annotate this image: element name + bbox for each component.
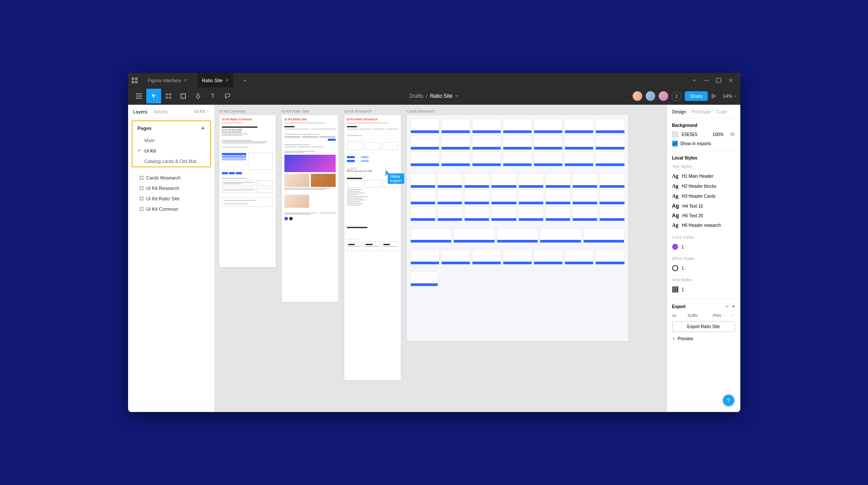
- text-tool[interactable]: T: [205, 89, 220, 103]
- grid-styles-label: Grid Styles: [672, 277, 735, 282]
- mini-card: [572, 173, 597, 188]
- ag-icon: Ag: [672, 173, 679, 179]
- mini-card: [410, 272, 438, 286]
- bg-opacity-value[interactable]: 100%: [713, 132, 724, 137]
- text-style-item[interactable]: AgH3 Header Cards: [672, 191, 735, 201]
- text-style-item[interactable]: AgH5 Text 20: [672, 211, 735, 220]
- effect-style-item[interactable]: 1: [672, 263, 735, 273]
- avatar[interactable]: [659, 91, 668, 101]
- page-item-catalog[interactable]: Catalog cards & Old Mat: [132, 156, 210, 166]
- mini-card: [595, 152, 624, 166]
- mini-card: [410, 228, 452, 243]
- breadcrumb[interactable]: Drafts / Ratio Site: [409, 93, 459, 99]
- effect-styles-label: Effect Styles: [672, 256, 735, 261]
- frame-uikit-research[interactable]: Ui Kit Ratio Research ——— ——— ——— ——— ——…: [344, 115, 401, 380]
- add-page-button[interactable]: +: [201, 125, 205, 132]
- layer-item[interactable]: Cards Research: [128, 173, 215, 183]
- frame-icon: [139, 186, 144, 190]
- grid-style-item[interactable]: 1: [672, 285, 735, 294]
- more-icon[interactable]: ⋯: [731, 313, 735, 318]
- tab-figma-interface[interactable]: Figma Interface ✕: [144, 73, 191, 87]
- window-close-icon[interactable]: [728, 78, 733, 83]
- left-panel: Layers Assets Ui Kit Pages + Main Ui Kit…: [128, 105, 215, 412]
- avatar[interactable]: [633, 91, 642, 101]
- plus-icon[interactable]: +: [732, 303, 735, 309]
- tab-layers[interactable]: Layers: [133, 109, 148, 114]
- mini-card: [595, 119, 624, 133]
- mini-card: [595, 250, 624, 265]
- mini-card: [464, 190, 489, 205]
- text-style-item[interactable]: AgH1 Main Header: [672, 171, 735, 181]
- tab-prototype[interactable]: Prototype: [691, 109, 711, 114]
- mini-card: [410, 173, 436, 188]
- mini-card: [540, 228, 581, 243]
- breadcrumb-current: Ratio Site: [430, 93, 452, 99]
- avatar[interactable]: [646, 91, 655, 101]
- move-tool[interactable]: [146, 89, 161, 103]
- ag-icon: Ag: [672, 222, 679, 229]
- mini-card: [410, 190, 436, 205]
- layer-item[interactable]: Ui Kit Ratio Site: [128, 193, 215, 204]
- frame-uikit-ratio-site[interactable]: Ui Kit Ratio Site: [282, 115, 338, 302]
- background-label: Background: [672, 123, 735, 128]
- frame-label[interactable]: Ui Kit Common: [219, 109, 276, 113]
- export-scale[interactable]: 1x: [672, 313, 677, 318]
- page-item-uikit[interactable]: Ui Kit: [132, 146, 210, 156]
- mini-card: [464, 206, 489, 221]
- export-format[interactable]: PNG: [713, 313, 725, 318]
- home-grid-icon[interactable]: [132, 77, 138, 83]
- text-styles-label: Text Styles: [672, 164, 735, 169]
- menu-button[interactable]: [132, 89, 146, 103]
- mini-card: [518, 206, 544, 221]
- color-style-item[interactable]: 1: [672, 242, 735, 252]
- frame-label[interactable]: Ui Kit Ratio Site: [282, 109, 338, 113]
- tab-design[interactable]: Design: [672, 109, 686, 114]
- share-button[interactable]: Share: [685, 91, 708, 101]
- frame-label[interactable]: Cards Research: [407, 109, 628, 113]
- minus-icon[interactable]: −: [725, 303, 728, 309]
- new-tab-button[interactable]: +: [239, 73, 251, 87]
- present-icon[interactable]: [711, 93, 716, 99]
- export-suffix[interactable]: Suffix: [688, 313, 698, 318]
- tab-assets[interactable]: Assets: [154, 109, 168, 114]
- page-item-main[interactable]: Main: [132, 135, 210, 146]
- pen-tool[interactable]: [191, 89, 205, 103]
- eye-icon[interactable]: [730, 132, 735, 137]
- color-swatch[interactable]: [672, 131, 678, 137]
- zoom-level[interactable]: 14%: [723, 93, 736, 99]
- shape-tool[interactable]: [176, 89, 191, 103]
- mini-card: [453, 228, 495, 243]
- chevron-down-icon[interactable]: [692, 78, 697, 83]
- frame-cards-research[interactable]: [407, 115, 628, 341]
- export-button[interactable]: Export Ratio Site: [672, 321, 735, 332]
- text-style-item[interactable]: AgH4 Text 16: [672, 201, 735, 211]
- frame-label[interactable]: Ui Kit Research: [344, 109, 401, 113]
- tab-label: Ratio Site: [202, 78, 223, 83]
- preview-toggle[interactable]: Preview: [672, 336, 735, 341]
- mini-card: [410, 206, 436, 221]
- mini-card: [534, 152, 563, 166]
- bg-color-value[interactable]: E5E5E5: [682, 132, 698, 137]
- tab-code[interactable]: Code: [716, 109, 727, 114]
- text-style-item[interactable]: AgH6 Header research: [672, 220, 735, 230]
- pages-label: Pages: [138, 126, 152, 131]
- layer-item[interactable]: Ui Kit Research: [128, 183, 215, 193]
- help-button[interactable]: ?: [723, 395, 734, 406]
- close-icon[interactable]: ✕: [184, 78, 187, 83]
- frame-icon: [139, 196, 144, 201]
- text-style-item[interactable]: AgH2 Header blocks: [672, 181, 735, 191]
- comment-tool[interactable]: [220, 89, 235, 103]
- layer-item[interactable]: Ui Kit Common: [128, 204, 215, 214]
- user-count-badge[interactable]: 2: [672, 91, 681, 101]
- canvas[interactable]: Ui Kit Common Ui Kit Ratio Common H2 For…: [215, 105, 667, 412]
- svg-point-9: [732, 133, 733, 135]
- frame-uikit-common[interactable]: Ui Kit Ratio Common H2 Formular Black 50…: [219, 115, 276, 267]
- window-minimize-icon[interactable]: [704, 78, 709, 83]
- page-selector[interactable]: Ui Kit: [195, 109, 209, 114]
- close-icon[interactable]: ✕: [225, 78, 229, 83]
- window-maximize-icon[interactable]: [716, 78, 721, 83]
- frame-tool[interactable]: [161, 89, 176, 103]
- show-in-exports-checkbox[interactable]: Show in exports: [672, 141, 735, 146]
- chevron-down-icon: [734, 95, 737, 98]
- tab-ratio-site[interactable]: Ratio Site ✕: [198, 73, 233, 87]
